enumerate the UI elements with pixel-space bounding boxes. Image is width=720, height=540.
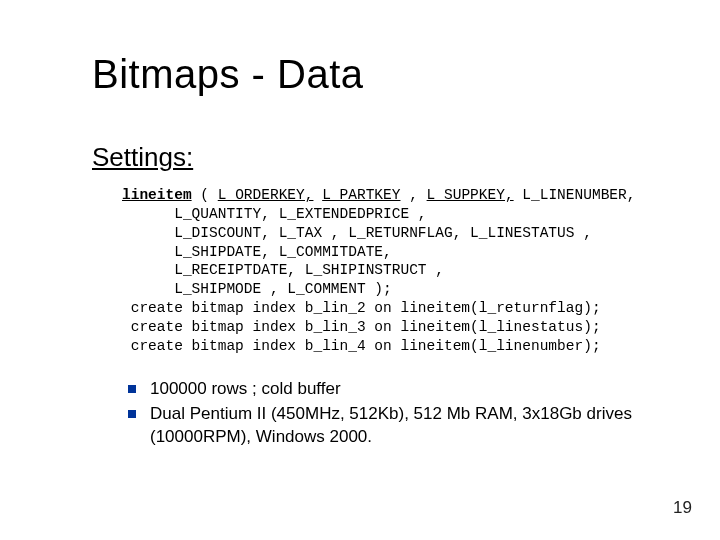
list-item: Dual Pentium II (450MHz, 512Kb), 512 Mb …	[128, 403, 660, 449]
square-bullet-icon	[128, 385, 136, 393]
code-block: lineitem ( L_ORDERKEY, L_PARTKEY , L_SUP…	[122, 186, 635, 356]
code-line: L_DISCOUNT, L_TAX , L_RETURNFLAG, L_LINE…	[122, 225, 592, 241]
code-line: L_SHIPDATE, L_COMMITDATE,	[122, 244, 392, 260]
code-text: L_LINENUMBER,	[522, 187, 635, 203]
settings-heading: Settings:	[92, 142, 193, 173]
code-line: create bitmap index b_lin_4 on lineitem(…	[122, 338, 601, 354]
slide: Bitmaps - Data Settings: lineitem ( L_OR…	[0, 0, 720, 540]
code-line: L_SHIPMODE , L_COMMENT );	[122, 281, 392, 297]
code-line: create bitmap index b_lin_3 on lineitem(…	[122, 319, 601, 335]
code-text: (	[192, 187, 218, 203]
code-token-lineitem: lineitem	[122, 187, 192, 203]
code-line: L_RECEIPTDATE, L_SHIPINSTRUCT ,	[122, 262, 444, 278]
code-text: ,	[400, 187, 426, 203]
code-line: L_QUANTITY, L_EXTENDEDPRICE ,	[122, 206, 427, 222]
note-text: 100000 rows ; cold buffer	[150, 378, 660, 401]
code-line: create bitmap index b_lin_2 on lineitem(…	[122, 300, 601, 316]
notes-list: 100000 rows ; cold buffer Dual Pentium I…	[128, 378, 660, 451]
note-text: Dual Pentium II (450MHz, 512Kb), 512 Mb …	[150, 403, 660, 449]
square-bullet-icon	[128, 410, 136, 418]
code-token-partkey: L_PARTKEY	[322, 187, 400, 203]
code-text	[514, 187, 523, 203]
list-item: 100000 rows ; cold buffer	[128, 378, 660, 401]
code-token-suppkey: L_SUPPKEY,	[427, 187, 514, 203]
page-number: 19	[673, 498, 692, 518]
slide-title: Bitmaps - Data	[92, 52, 364, 97]
code-token-orderkey: L_ORDERKEY,	[218, 187, 314, 203]
code-text	[313, 187, 322, 203]
